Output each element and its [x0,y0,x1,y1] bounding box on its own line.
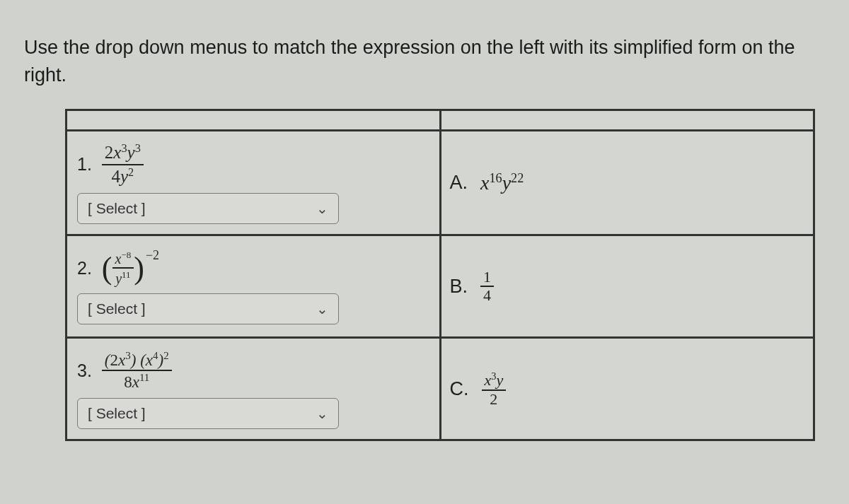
chevron-down-icon: ⌄ [316,405,328,422]
select-label: [ Select ] [88,405,146,422]
answer-letter-c: C. [450,378,469,400]
answer-expression-c: x3y 2 [482,371,507,406]
question-cell-1: 1. 2x3y3 4y2 [ Select ] ⌄ [67,131,441,235]
expression-3: (2x3) (x4)2 8x11 [102,351,172,392]
question-number-2: 2. [77,258,92,279]
select-label: [ Select ] [88,300,146,317]
worksheet-page: Use the drop down menus to match the exp… [0,0,849,462]
question-cell-2: 2. ( x−8 y11 ) −2 [ Select ] [67,235,441,338]
question-number-3: 3. [77,361,92,381]
answer-expression-b: 1 4 [480,269,494,303]
answer-cell-c: C. x3y 2 [440,338,814,440]
answer-cell-a: A. x16y22 [440,131,814,235]
chevron-down-icon: ⌄ [316,300,328,317]
select-dropdown-3[interactable]: [ Select ] ⌄ [77,398,339,429]
matching-table: 1. 2x3y3 4y2 [ Select ] ⌄ [65,109,815,441]
chevron-down-icon: ⌄ [316,200,328,217]
select-dropdown-1[interactable]: [ Select ] ⌄ [77,193,339,224]
question-cell-3: 3. (2x3) (x4)2 8x11 [ Select ] ⌄ [67,338,441,440]
instructions-text: Use the drop down menus to match the exp… [24,34,828,89]
expression-2: ( x−8 y11 ) −2 [102,250,158,286]
question-number-1: 1. [77,154,92,175]
answer-cell-b: B. 1 4 [440,235,814,338]
select-dropdown-2[interactable]: [ Select ] ⌄ [77,293,339,324]
answer-expression-a: x16y22 [480,171,524,194]
select-label: [ Select ] [88,200,146,217]
answer-letter-b: B. [450,276,468,298]
expression-1: 2x3y3 4y2 [102,143,144,186]
answer-letter-a: A. [450,172,468,194]
